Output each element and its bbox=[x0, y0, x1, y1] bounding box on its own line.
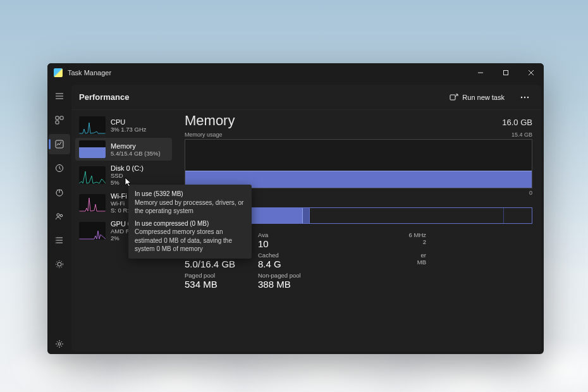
composition-modified[interactable] bbox=[303, 208, 310, 223]
content-pane: Performance Run new task bbox=[71, 85, 541, 352]
svg-point-10 bbox=[57, 214, 59, 216]
tooltip-line2: Memory used by processes, drivers, or th… bbox=[176, 199, 245, 216]
usage-max: 15.4 GB bbox=[511, 132, 532, 138]
svg-rect-1 bbox=[504, 71, 508, 75]
tooltip-line3: In use compressed (0 MB) bbox=[176, 219, 245, 228]
composition-tooltip: In use (5392 MB) Memory used by processe… bbox=[176, 185, 252, 259]
usage-label: Memory usage bbox=[185, 132, 223, 138]
memory-usage-chart[interactable] bbox=[185, 139, 532, 188]
available-value: 10 bbox=[258, 238, 328, 249]
task-manager-window: Task Manager bbox=[47, 63, 544, 354]
svg-point-12 bbox=[56, 238, 56, 238]
gpu-thumb bbox=[79, 222, 106, 240]
svg-point-11 bbox=[60, 214, 63, 217]
svg-rect-7 bbox=[56, 140, 63, 148]
memory-thumb bbox=[79, 140, 106, 158]
cached-value: 8.4 G bbox=[258, 259, 328, 269]
startup-icon[interactable] bbox=[49, 182, 70, 202]
memory-sub: 5.4/15.4 GB (35%) bbox=[111, 150, 161, 157]
committed-value: 5.0/16.4 GB bbox=[185, 259, 254, 269]
services-icon[interactable] bbox=[49, 254, 70, 274]
disk-name: Disk 0 (C:) bbox=[111, 164, 144, 172]
svg-point-13 bbox=[56, 240, 56, 241]
formfactor-frag: er bbox=[331, 252, 426, 259]
sidebar-item-cpu[interactable]: CPU 3% 1.73 GHz bbox=[75, 114, 172, 137]
composition-standby[interactable] bbox=[310, 208, 504, 223]
speed-frag: 6 MHz bbox=[331, 231, 426, 238]
details-icon[interactable] bbox=[49, 230, 70, 250]
memory-title: Memory bbox=[185, 113, 235, 129]
disk-thumb bbox=[79, 166, 106, 184]
tooltip-line4: Compressed memory stores an estimated 0 … bbox=[176, 228, 245, 254]
disk-sub: SSD bbox=[111, 172, 144, 179]
svg-rect-6 bbox=[56, 121, 59, 124]
svg-point-15 bbox=[58, 262, 61, 266]
cpu-sub: 3% 1.73 GHz bbox=[111, 126, 147, 133]
ellipsis-icon bbox=[520, 96, 529, 99]
run-new-task-button[interactable]: Run new task bbox=[443, 89, 511, 106]
wifi-thumb bbox=[79, 194, 106, 212]
paged-value: 534 MB bbox=[185, 279, 254, 290]
settings-icon[interactable] bbox=[49, 334, 70, 354]
svg-point-17 bbox=[58, 343, 61, 345]
window-title: Task Manager bbox=[68, 69, 111, 77]
users-icon[interactable] bbox=[49, 206, 70, 226]
cpu-name: CPU bbox=[111, 118, 147, 126]
svg-point-16 bbox=[56, 261, 63, 268]
memory-name: Memory bbox=[111, 142, 161, 150]
axis-right: 0 bbox=[529, 190, 532, 196]
section-title: Performance bbox=[79, 92, 129, 102]
section-header: Performance Run new task bbox=[71, 85, 541, 110]
app-icon bbox=[54, 68, 63, 77]
sidebar-item-memory[interactable]: Memory 5.4/15.4 GB (35%) bbox=[75, 138, 172, 161]
nonpaged-value: 388 MB bbox=[258, 279, 328, 290]
svg-point-14 bbox=[56, 243, 56, 243]
more-options-button[interactable] bbox=[516, 89, 534, 106]
nav-rail bbox=[47, 82, 71, 354]
svg-point-19 bbox=[521, 96, 522, 97]
performance-icon[interactable] bbox=[49, 134, 70, 154]
run-new-task-label: Run new task bbox=[462, 94, 505, 101]
minimize-button[interactable] bbox=[468, 63, 493, 82]
paged-label: Paged pool bbox=[185, 272, 254, 279]
cached-label: Cached bbox=[258, 252, 328, 259]
maximize-button[interactable] bbox=[493, 63, 518, 82]
processes-icon[interactable] bbox=[49, 110, 70, 130]
run-task-icon bbox=[450, 93, 458, 102]
history-icon[interactable] bbox=[49, 158, 70, 178]
reserved-frag: MB bbox=[331, 259, 426, 266]
svg-rect-5 bbox=[60, 116, 63, 119]
slots-frag: 2 bbox=[331, 238, 426, 245]
tooltip-line1: In use (5392 MB) bbox=[176, 190, 245, 199]
svg-point-21 bbox=[527, 96, 529, 97]
titlebar[interactable]: Task Manager bbox=[47, 63, 544, 82]
svg-point-20 bbox=[524, 96, 525, 97]
memory-detail: Memory 16.0 GB Memory usage 15.4 GB 60 s… bbox=[176, 110, 541, 352]
memory-total: 16.0 GB bbox=[502, 118, 532, 127]
cpu-thumb bbox=[79, 116, 106, 134]
composition-free[interactable] bbox=[504, 208, 532, 223]
svg-rect-4 bbox=[56, 116, 59, 119]
close-button[interactable] bbox=[518, 63, 544, 82]
available-label: Ava bbox=[258, 231, 328, 238]
nonpaged-label: Non-paged pool bbox=[258, 272, 328, 279]
hamburger-icon[interactable] bbox=[49, 86, 70, 106]
svg-rect-18 bbox=[450, 95, 455, 100]
